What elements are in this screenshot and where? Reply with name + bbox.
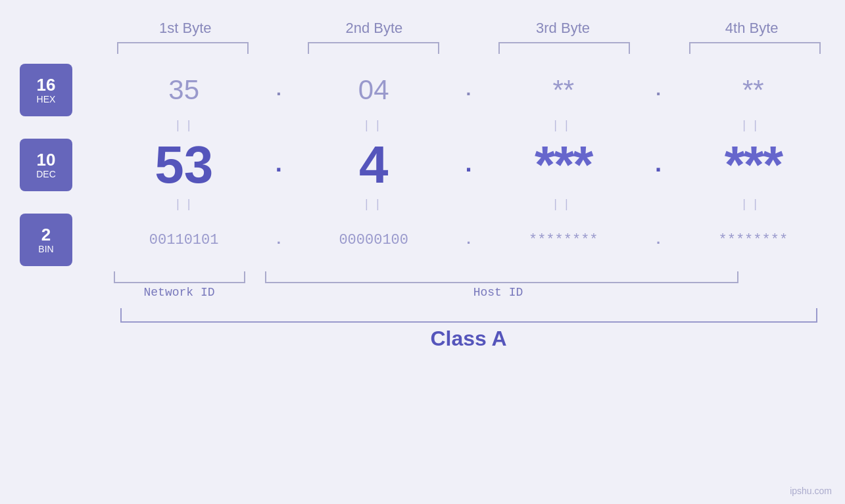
dec-byte1: 53	[112, 135, 256, 195]
hex-byte2: 04	[301, 74, 446, 106]
hex-byte4: **	[681, 74, 825, 106]
bin-row: 2 BIN 00110101 . 00000100 . ******** . *…	[0, 214, 845, 266]
dec-badge: 10 DEC	[20, 139, 72, 191]
bin-dot3: .	[648, 232, 668, 248]
byte3-header: 3rd Byte	[491, 20, 635, 37]
bin-badge: 2 BIN	[20, 214, 72, 266]
eq1: ||	[113, 119, 258, 132]
watermark: ipshu.com	[790, 486, 832, 496]
bin-dot2: .	[458, 232, 478, 248]
byte2-header: 2nd Byte	[302, 20, 447, 37]
hex-dot2: .	[458, 80, 478, 101]
bin-byte2: 00000100	[301, 232, 446, 248]
dec-byte2: 4	[301, 135, 446, 195]
eq4: ||	[679, 119, 824, 132]
byte4-header: 4th Byte	[679, 20, 824, 37]
bracket-byte4	[689, 42, 821, 54]
hex-byte1: 35	[112, 74, 256, 106]
hex-row: 16 HEX 35 . 04 . ** . **	[0, 64, 845, 116]
bracket-byte1	[117, 42, 249, 54]
dec-dot2: .	[458, 152, 478, 179]
dec-dot1: .	[269, 152, 289, 179]
bracket-byte2	[308, 42, 439, 54]
hex-dot1: .	[269, 80, 289, 101]
eq6: ||	[302, 198, 447, 211]
host-id-label: Host ID	[252, 286, 745, 299]
hex-dot3: .	[648, 80, 668, 101]
hex-badge: 16 HEX	[20, 64, 72, 116]
bracket-byte3	[498, 42, 630, 54]
bin-byte4: ********	[681, 232, 825, 248]
hex-byte3: **	[491, 74, 636, 106]
dec-row: 10 DEC 53 . 4 . *** . ***	[0, 135, 845, 195]
bin-dot1: .	[269, 232, 289, 248]
bin-byte3: ********	[491, 232, 636, 248]
dec-byte4: ***	[681, 135, 825, 195]
bottom-bracket-host	[265, 271, 738, 283]
class-label: Class A	[120, 327, 817, 351]
main-container: 1st Byte 2nd Byte 3rd Byte 4th Byte 16 H…	[0, 0, 845, 504]
bottom-bracket-network	[114, 271, 245, 283]
byte1-header: 1st Byte	[113, 20, 258, 37]
class-bracket-container	[120, 308, 817, 323]
dec-byte3: ***	[491, 135, 636, 195]
eq7: ||	[491, 198, 635, 211]
network-id-label: Network ID	[107, 286, 252, 299]
eq5: ||	[113, 198, 258, 211]
bin-byte1: 00110101	[112, 232, 256, 248]
eq8: ||	[679, 198, 824, 211]
dec-dot3: .	[648, 152, 668, 179]
eq3: ||	[491, 119, 635, 132]
eq2: ||	[302, 119, 447, 132]
